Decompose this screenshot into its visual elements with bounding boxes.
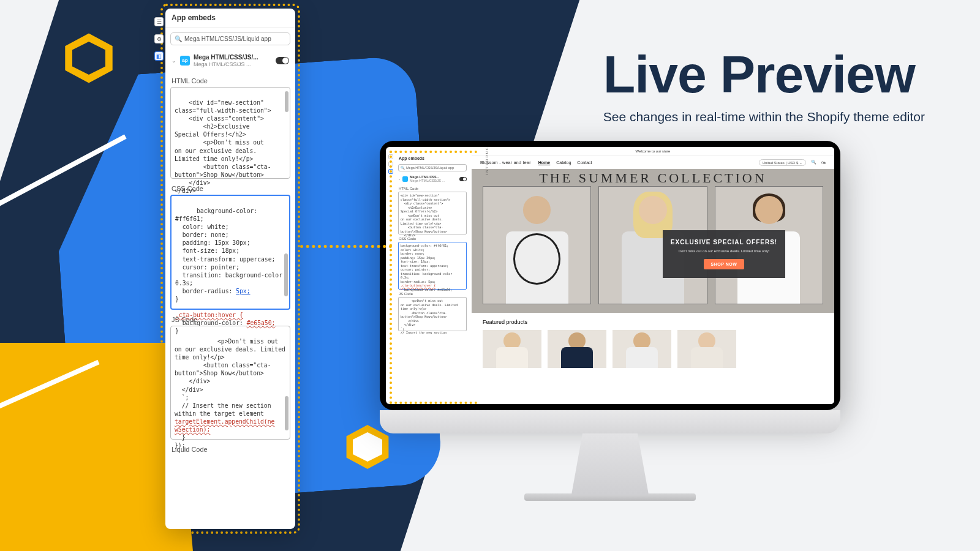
search-placeholder: Mega HTML/CSS/JS/Liquid app bbox=[184, 36, 271, 42]
app-icon: ap bbox=[180, 56, 190, 66]
css-code-input[interactable]: background-color: #ff6f61; color: white;… bbox=[398, 242, 467, 290]
storefront-preview: Welcome to our store Blossom - wear and … bbox=[472, 147, 834, 404]
app-embeds-panel-small: App embeds 🔍 Mega HTML/CSS/JS/Liquid app… bbox=[396, 154, 469, 399]
app-search-input[interactable]: 🔍 Mega HTML/CSS/JS/Liquid app bbox=[170, 32, 290, 45]
hero-section: INTRODUCING THE SUMMER COLLECTION EXCLUS… bbox=[472, 169, 834, 313]
product-card[interactable] bbox=[548, 330, 606, 368]
promo-heading: EXCLUSIVE SPECIAL OFFERS! bbox=[669, 239, 779, 246]
app-icon bbox=[402, 176, 408, 182]
shop-now-button[interactable]: SHOP NOW bbox=[704, 259, 745, 269]
scrollbar[interactable] bbox=[284, 198, 288, 306]
rail-apps-icon[interactable] bbox=[388, 169, 393, 174]
scrollbar[interactable] bbox=[285, 329, 288, 437]
chevron-down-icon: ⌄ bbox=[398, 177, 401, 181]
product-card[interactable] bbox=[612, 330, 671, 368]
imac-mockup: App embeds 🔍 Mega HTML/CSS/JS/Liquid app… bbox=[380, 141, 840, 501]
headline-title: Live Preview bbox=[603, 44, 925, 105]
panel-title: App embeds bbox=[396, 154, 469, 162]
editor-rail-small bbox=[388, 154, 394, 176]
promo-text: Don't miss out on our exclusive deals. L… bbox=[669, 249, 779, 253]
app-embeds-panel: App embeds 🔍 Mega HTML/CSS/JS/Liquid app… bbox=[165, 9, 295, 529]
announcement-bar: Welcome to our store bbox=[472, 147, 834, 156]
app-row[interactable]: ⌄ Mega HTML/CSS... Mega HTML/CSS/JS ... bbox=[396, 173, 469, 184]
search-icon[interactable]: 🔍 bbox=[811, 160, 816, 165]
rail-sections-icon[interactable] bbox=[388, 154, 393, 159]
js-code-error: targetElement.appendChild(ne wSection); bbox=[175, 418, 274, 433]
css-hover-selector: .cta-button:hover { bbox=[175, 312, 243, 318]
app-search-input[interactable]: 🔍 Mega HTML/CSS/JS/Liquid app bbox=[398, 164, 467, 171]
nav-contact[interactable]: Contact bbox=[577, 160, 592, 165]
app-row[interactable]: ⌄ ap Mega HTML/CSS/JS/... Mega HTML/CSS/… bbox=[165, 50, 295, 71]
js-code-input[interactable]: <p>Don't miss out on our exclusive deals… bbox=[170, 326, 290, 440]
hexagon-icon bbox=[61, 31, 116, 86]
store-nav: Blossom - wear and tear Home Catalog Con… bbox=[472, 156, 834, 169]
chevron-down-icon: ⌄ bbox=[172, 58, 176, 64]
search-icon: 🔍 bbox=[401, 166, 405, 170]
nav-catalog[interactable]: Catalog bbox=[556, 160, 571, 165]
headline-subtitle: See changes in real-time within the Shop… bbox=[603, 110, 925, 124]
css-code-text: background-color: #ff6f61; color: white;… bbox=[175, 208, 282, 294]
rail-apps-icon[interactable]: ◧ bbox=[154, 51, 164, 61]
scrollbar[interactable] bbox=[285, 90, 288, 176]
hero-intro: INTRODUCING bbox=[485, 147, 489, 175]
css-link: 5px; bbox=[236, 288, 250, 294]
html-code-label: HTML Code bbox=[165, 71, 295, 87]
headline: Live Preview See changes in real-time wi… bbox=[603, 44, 925, 124]
html-code-label: HTML Code bbox=[396, 184, 469, 192]
html-code-input[interactable]: <div id="new-section" class="full-width-… bbox=[170, 87, 290, 179]
rail-settings-icon[interactable]: ⚙ bbox=[154, 34, 164, 43]
css-code-input[interactable]: background-color: #ff6f61; color: white;… bbox=[170, 195, 290, 310]
promo-overlay: EXCLUSIVE SPECIAL OFFERS! Don't miss out… bbox=[663, 230, 785, 278]
search-icon: 🔍 bbox=[175, 36, 182, 42]
panel-title: App embeds bbox=[165, 9, 295, 28]
hero-title: INTRODUCING THE SUMMER COLLECTION bbox=[472, 170, 834, 186]
html-code-input[interactable]: <div id="new-section" class="full-width-… bbox=[398, 192, 467, 234]
app-name: Mega HTML/CSS/JS/... bbox=[194, 54, 272, 61]
product-card[interactable] bbox=[483, 330, 541, 368]
rail-settings-icon[interactable] bbox=[388, 162, 393, 167]
product-card[interactable] bbox=[677, 330, 736, 368]
js-code-input[interactable]: <p>Don't miss out on our exclusive deals… bbox=[398, 297, 467, 331]
chevron-down-icon: ⌄ bbox=[799, 161, 802, 165]
rail-sections-icon[interactable]: ☰ bbox=[154, 17, 164, 26]
app-enable-toggle[interactable] bbox=[276, 57, 289, 64]
js-code-text: <p>Don't miss out on our exclusive deals… bbox=[175, 338, 285, 417]
app-enable-toggle[interactable] bbox=[459, 177, 467, 181]
app-subname: Mega HTML/CSS/JS ... bbox=[194, 61, 272, 67]
nav-home[interactable]: Home bbox=[538, 160, 550, 165]
locale-selector[interactable]: United States | USD $ ⌄ bbox=[759, 159, 806, 166]
featured-heading: Featured products bbox=[483, 319, 823, 325]
featured-section: Featured products bbox=[472, 313, 834, 374]
hero-image bbox=[483, 186, 591, 304]
cart-icon[interactable]: 🛍 bbox=[821, 160, 826, 165]
highlight-connector bbox=[300, 245, 392, 248]
